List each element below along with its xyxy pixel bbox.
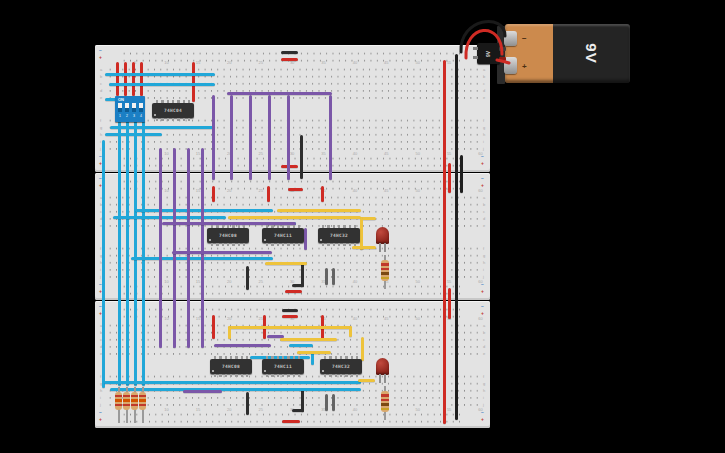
wire-gray[interactable]	[332, 394, 335, 411]
wire-purple[interactable]	[159, 148, 162, 348]
wire-cyan[interactable]	[110, 388, 361, 391]
column-label: 55	[447, 279, 451, 284]
wire-black[interactable]	[292, 409, 304, 412]
wire-red[interactable]	[443, 60, 446, 424]
wire-yellow[interactable]	[277, 209, 361, 212]
wire-red[interactable]	[448, 163, 451, 193]
wire-black[interactable]	[300, 135, 303, 179]
wire-yellow[interactable]	[228, 326, 231, 339]
wire-yellow[interactable]	[358, 379, 375, 382]
resistor[interactable]	[381, 260, 389, 281]
wire-purple[interactable]	[268, 95, 271, 180]
wire-yellow[interactable]	[361, 337, 364, 361]
ic-pin	[324, 374, 326, 377]
dip-toggle[interactable]	[125, 103, 129, 112]
wire-black[interactable]	[292, 284, 304, 287]
battery-minus-terminal[interactable]	[504, 31, 517, 46]
column-label: 10	[164, 188, 168, 193]
wire-gray[interactable]	[332, 268, 335, 285]
wire-red[interactable]	[282, 420, 300, 423]
wire-purple[interactable]	[201, 148, 204, 348]
wire-purple[interactable]	[212, 95, 215, 180]
wire-red[interactable]	[132, 62, 135, 96]
wire-red[interactable]	[140, 62, 143, 96]
wire-cyan[interactable]	[126, 121, 129, 386]
wire-cyan[interactable]	[289, 344, 313, 347]
dip-switch[interactable]: ON 1234	[115, 96, 145, 122]
ic-chip[interactable]: 74HC08	[210, 359, 252, 374]
wire-yellow[interactable]	[349, 326, 352, 337]
wire-yellow[interactable]	[297, 351, 331, 354]
wire-yellow[interactable]	[265, 262, 307, 265]
wire-red[interactable]	[281, 58, 298, 61]
wire-yellow[interactable]	[280, 338, 337, 341]
wire-black[interactable]	[246, 392, 249, 415]
resistor[interactable]	[115, 392, 122, 410]
wire-red[interactable]	[448, 288, 451, 319]
wire-purple[interactable]	[214, 344, 271, 347]
wire-cyan[interactable]	[134, 121, 137, 386]
resistor[interactable]	[139, 392, 146, 410]
wire-cyan[interactable]	[102, 140, 105, 388]
led-red[interactable]	[376, 227, 389, 244]
wire-red[interactable]	[288, 188, 303, 191]
wire-yellow[interactable]	[228, 216, 361, 219]
led-red[interactable]	[376, 358, 389, 375]
wire-cyan[interactable]	[104, 381, 361, 384]
breadboard-holes[interactable]	[107, 373, 479, 409]
wire-purple[interactable]	[329, 95, 332, 180]
battery-connector[interactable]: 9V	[477, 43, 500, 64]
wire-yellow[interactable]	[228, 326, 352, 329]
wire-red[interactable]	[116, 62, 119, 96]
wire-cyan[interactable]	[113, 216, 226, 219]
wire-purple[interactable]	[172, 251, 272, 254]
dip-toggle-knob[interactable]	[125, 103, 129, 108]
ic-chip[interactable]: 74HC32	[318, 228, 360, 243]
wire-darkblack[interactable]	[460, 155, 463, 193]
wire-cyan[interactable]	[118, 121, 121, 386]
ic-chip[interactable]: 74HC04	[152, 103, 194, 118]
resistor[interactable]	[131, 392, 138, 410]
wire-cyan[interactable]	[109, 83, 215, 86]
wire-purple[interactable]	[304, 228, 307, 250]
wire-red[interactable]	[192, 62, 195, 102]
wire-red[interactable]	[124, 62, 127, 96]
wire-cyan[interactable]	[142, 121, 145, 386]
wire-darkblack[interactable]	[455, 54, 458, 420]
resistor[interactable]	[123, 392, 130, 410]
wire-purple[interactable]	[173, 148, 176, 348]
wire-gray[interactable]	[325, 268, 328, 285]
wire-cyan[interactable]	[135, 209, 273, 212]
dip-toggle[interactable]	[139, 103, 143, 112]
wire-black[interactable]	[282, 309, 298, 312]
dip-toggle-knob[interactable]	[132, 103, 136, 108]
wire-purple[interactable]	[230, 95, 233, 180]
wire-red[interactable]	[212, 315, 215, 339]
wire-gray[interactable]	[325, 394, 328, 411]
dip-toggle-knob[interactable]	[118, 103, 122, 108]
wire-purple[interactable]	[187, 148, 190, 348]
wire-red[interactable]	[282, 315, 298, 318]
wire-red[interactable]	[321, 186, 324, 202]
wire-black[interactable]	[281, 51, 298, 54]
wire-red[interactable]	[267, 186, 270, 202]
wire-cyan[interactable]	[105, 73, 215, 76]
dip-toggle[interactable]	[132, 103, 136, 112]
wire-black[interactable]	[246, 266, 249, 290]
ic-chip[interactable]: 74HC32	[320, 359, 362, 374]
breadboard-holes[interactable]	[107, 117, 479, 153]
dip-toggle[interactable]	[118, 103, 122, 112]
wire-purple[interactable]	[249, 95, 252, 180]
ic-chip[interactable]: 74HC11	[262, 228, 304, 243]
ic-chip[interactable]: 74HC11	[262, 359, 304, 374]
resistor[interactable]	[381, 391, 389, 412]
wire-purple[interactable]	[287, 95, 290, 180]
dip-toggle-knob[interactable]	[139, 103, 143, 108]
ic-chip[interactable]: 74HC08	[207, 228, 249, 243]
wire-purple[interactable]	[183, 390, 222, 393]
wire-yellow[interactable]	[352, 246, 376, 249]
wire-red[interactable]	[285, 290, 302, 293]
row-label: a	[483, 196, 485, 200]
wire-red[interactable]	[212, 186, 215, 202]
wire-purple[interactable]	[227, 92, 332, 95]
